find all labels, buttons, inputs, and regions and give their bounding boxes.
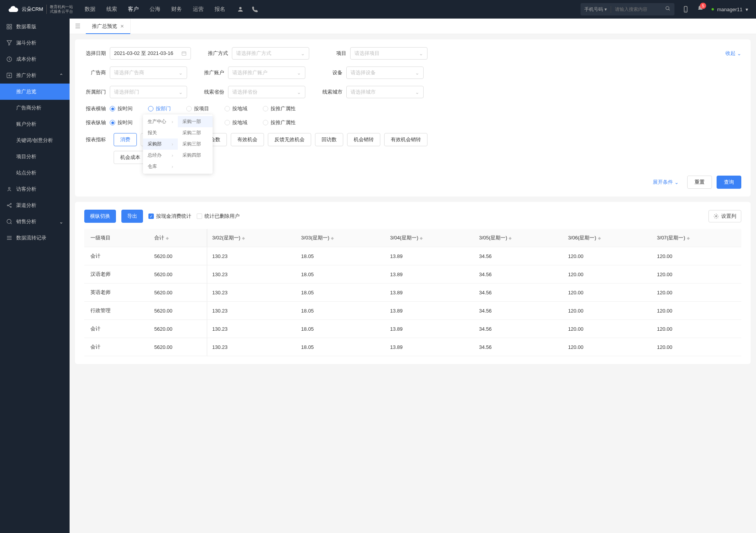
project-select[interactable]: 请选择项目 ⌄ bbox=[350, 47, 427, 60]
metric-button[interactable]: 有效机会销转 bbox=[384, 133, 427, 146]
promo-method-select[interactable]: 请选择推广方式 ⌄ bbox=[232, 47, 309, 60]
radio-option[interactable]: 按时间 bbox=[110, 105, 133, 112]
table-cell: 18.05 bbox=[296, 247, 385, 265]
radio-option[interactable]: 按推广属性 bbox=[263, 119, 296, 126]
nav-item[interactable]: 财务 bbox=[171, 6, 182, 13]
nav-item[interactable]: 线索 bbox=[106, 6, 117, 13]
province-select[interactable]: 请选择省份 ⌄ bbox=[228, 86, 305, 98]
gear-icon bbox=[713, 214, 719, 219]
search-input[interactable] bbox=[611, 7, 661, 12]
sidebar-item[interactable]: 数据流转记录 bbox=[0, 230, 70, 246]
radio-option[interactable]: 按推广属性 bbox=[263, 105, 296, 112]
dept-dropdown: 生产中心›报关采购部›总经办›仓库› 采购一部采购二部采购三部采购四部 bbox=[143, 114, 213, 174]
table-header[interactable]: 3/07(星期一)◆ bbox=[652, 229, 741, 247]
mobile-icon[interactable] bbox=[682, 6, 689, 13]
table-cell: 120.00 bbox=[564, 265, 652, 284]
search-icon[interactable] bbox=[661, 6, 674, 13]
sidebar-item[interactable]: 成本分析 bbox=[0, 51, 70, 67]
tab-promo-overview[interactable]: 推广总预览 ✕ bbox=[86, 19, 131, 34]
radio-option[interactable]: 按时间 bbox=[110, 119, 133, 126]
table-header[interactable]: 3/02(星期一)◆ bbox=[208, 229, 296, 247]
nav-item[interactable]: 公海 bbox=[150, 6, 160, 13]
sidebar-item[interactable]: 访客分析 bbox=[0, 181, 70, 197]
username: manager11 bbox=[717, 7, 742, 12]
table-header[interactable]: 3/04(星期一)◆ bbox=[385, 229, 474, 247]
search-type-select[interactable]: 手机号码 ▾ bbox=[581, 6, 611, 13]
table-header[interactable]: 合计◆ bbox=[150, 229, 208, 247]
date-range-input[interactable]: 2021-03-02 至 2021-03-16 bbox=[110, 47, 191, 60]
toggle-axis-button[interactable]: 横纵切换 bbox=[84, 210, 116, 223]
nav-item[interactable]: 运营 bbox=[193, 6, 204, 13]
sidebar-item[interactable]: 漏斗分析 bbox=[0, 35, 70, 51]
query-button[interactable]: 查询 bbox=[717, 176, 741, 189]
dropdown-item[interactable]: 采购一部 bbox=[178, 116, 213, 127]
chevron-down-icon: ⌄ bbox=[415, 70, 419, 76]
nav-item[interactable]: 数据 bbox=[85, 6, 95, 13]
metric-button[interactable]: 反馈无效机会 bbox=[268, 133, 311, 146]
metric-button[interactable]: 机会销转 bbox=[347, 133, 380, 146]
header-icons bbox=[237, 6, 259, 13]
dropdown-item[interactable]: 生产中心› bbox=[143, 116, 178, 127]
notifications[interactable]: 5 bbox=[697, 5, 704, 14]
table-cell: 34.56 bbox=[474, 302, 563, 320]
dropdown-item[interactable]: 仓库› bbox=[143, 161, 178, 172]
sidebar-item[interactable]: 数据看版 bbox=[0, 19, 70, 35]
radio-icon bbox=[110, 120, 115, 125]
sidebar-item[interactable]: 销售分析⌄ bbox=[0, 214, 70, 230]
radio-icon bbox=[225, 106, 230, 111]
nav-item[interactable]: 客户 bbox=[128, 6, 139, 13]
table-cell: 18.05 bbox=[296, 284, 385, 302]
radio-option[interactable]: 按项目 bbox=[186, 105, 209, 112]
deleted-users-checkbox[interactable]: 统计已删除用户 bbox=[197, 213, 240, 220]
funnel-icon bbox=[6, 40, 12, 46]
chevron-down-icon: ▾ bbox=[746, 7, 748, 12]
dropdown-item[interactable]: 采购二部 bbox=[178, 127, 213, 138]
radio-option[interactable]: 按地域 bbox=[225, 119, 247, 126]
dept-select[interactable]: 请选择部门 ⌄ bbox=[110, 86, 187, 98]
radio-option[interactable]: 按部门 bbox=[148, 105, 171, 112]
table-header[interactable]: 3/03(星期一)◆ bbox=[296, 229, 385, 247]
metric-button[interactable]: 机会成本 bbox=[114, 151, 147, 164]
reset-button[interactable]: 重置 bbox=[687, 176, 712, 189]
metric-button[interactable]: 消费 bbox=[114, 133, 137, 146]
device-select[interactable]: 请选择设备 ⌄ bbox=[346, 67, 424, 79]
metric-button[interactable]: 有效机会 bbox=[231, 133, 264, 146]
city-select[interactable]: 请选择城市 ⌄ bbox=[346, 86, 424, 98]
nav-item[interactable]: 报名 bbox=[215, 6, 225, 13]
table-header[interactable]: 3/05(星期一)◆ bbox=[474, 229, 563, 247]
export-button[interactable]: 导出 bbox=[121, 210, 143, 223]
table-header[interactable]: 3/06(星期一)◆ bbox=[564, 229, 652, 247]
dropdown-item[interactable]: 总经办› bbox=[143, 150, 178, 161]
sidebar-item[interactable]: 渠道分析 bbox=[0, 197, 70, 214]
radio-option[interactable]: 按地域 bbox=[225, 105, 247, 112]
user-icon[interactable] bbox=[237, 6, 244, 13]
collapse-button[interactable]: 收起 ⌄ bbox=[725, 50, 741, 57]
dropdown-item[interactable]: 采购部› bbox=[143, 138, 178, 150]
account-select[interactable]: 请选择推广账户 ⌄ bbox=[228, 67, 305, 79]
dropdown-item[interactable]: 报关 bbox=[143, 127, 178, 138]
sidebar-subitem[interactable]: 推广总览 bbox=[0, 84, 70, 100]
sidebar-subitem[interactable]: 账户分析 bbox=[0, 116, 70, 132]
hamburger-icon[interactable]: ☰ bbox=[70, 22, 86, 30]
sidebar-subitem[interactable]: 关键词/创意分析 bbox=[0, 132, 70, 149]
metric-button[interactable]: 回访数 bbox=[315, 133, 343, 146]
cash-stats-checkbox[interactable]: ✓ 按现金消费统计 bbox=[148, 213, 191, 220]
close-icon[interactable]: ✕ bbox=[120, 24, 124, 29]
table-cell: 34.56 bbox=[474, 265, 563, 284]
sidebar-item[interactable]: 推广分析⌃ bbox=[0, 67, 70, 84]
sidebar-subitem[interactable]: 广告商分析 bbox=[0, 100, 70, 116]
dropdown-item[interactable]: 采购四部 bbox=[178, 150, 213, 161]
user-menu[interactable]: manager11 ▾ bbox=[712, 7, 748, 12]
table-cell: 18.05 bbox=[296, 338, 385, 356]
table-cell: 13.89 bbox=[385, 320, 474, 338]
logo: 云朵CRM 教育机构一站 式服务云平台 bbox=[8, 4, 73, 15]
sidebar-subitem[interactable]: 站点分析 bbox=[0, 165, 70, 181]
dropdown-item[interactable]: 采购三部 bbox=[178, 138, 213, 150]
phone-icon[interactable] bbox=[252, 6, 259, 13]
table-header[interactable]: 一级项目 bbox=[84, 229, 150, 247]
expand-conditions[interactable]: 展开条件 ⌄ bbox=[653, 179, 679, 186]
column-settings-button[interactable]: 设置列 bbox=[708, 210, 741, 222]
sidebar-subitem[interactable]: 项目分析 bbox=[0, 149, 70, 165]
table-cell: 130.23 bbox=[208, 320, 296, 338]
advertiser-select[interactable]: 请选择广告商 ⌄ bbox=[110, 67, 187, 79]
